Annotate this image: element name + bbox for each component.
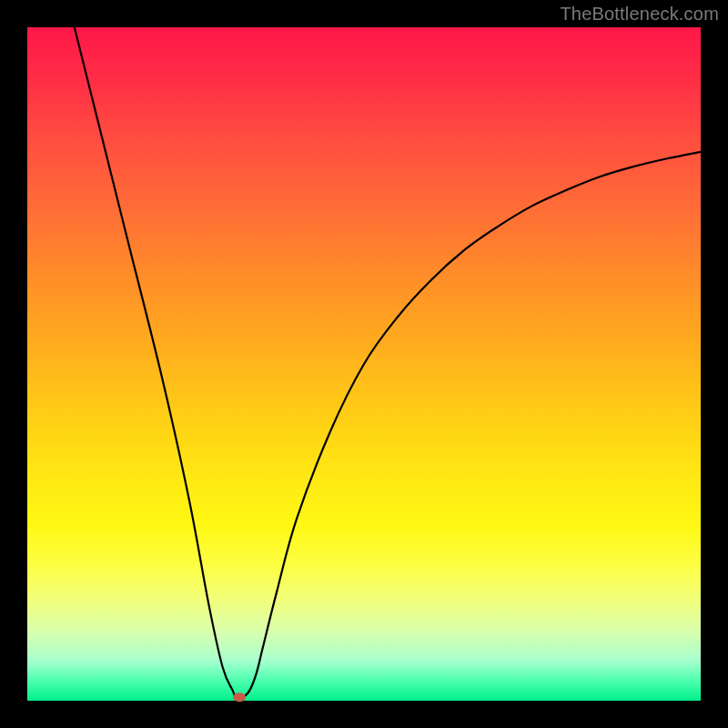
plot-area [27, 27, 701, 701]
attribution-label: TheBottleneck.com [560, 4, 719, 25]
chart-svg [27, 27, 701, 701]
chart-stage: TheBottleneck.com [0, 0, 728, 728]
chart-marker [233, 693, 246, 702]
chart-curve [75, 27, 701, 698]
